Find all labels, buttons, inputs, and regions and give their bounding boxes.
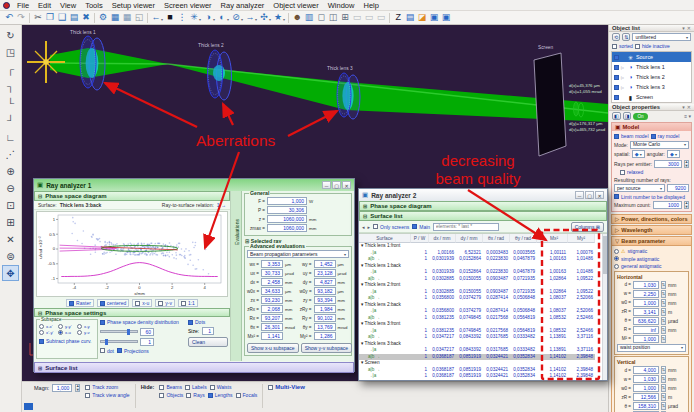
relaxed-checkbox[interactable]: relaxed — [620, 169, 643, 175]
clean-button[interactable]: Clean — [188, 337, 228, 347]
power-toggle[interactable]: On — [633, 113, 647, 120]
phase-space-diagram-header[interactable]: ⊞ Phase space diagram — [359, 201, 607, 211]
table-cell[interactable]: 0,0368187 — [429, 373, 456, 380]
dots-checkbox[interactable]: Dots — [188, 319, 228, 325]
hide-labels-checkbox[interactable]: Labels — [185, 384, 207, 390]
more-icon[interactable]: ≡ ▾ — [684, 113, 691, 119]
menu-setup-viewer[interactable]: Setup viewer — [108, 1, 159, 10]
visibility-checkbox[interactable] — [614, 75, 619, 80]
hide-objects-checkbox[interactable]: Objects — [159, 392, 183, 398]
vertical-stepper-4[interactable]: ⇅ — [661, 402, 666, 410]
density-distribution-checkbox[interactable]: Phase space density distribution — [100, 319, 179, 325]
zoom-out-icon[interactable]: ⊖ — [2, 180, 19, 196]
view-cube-icon[interactable]: ◳ — [2, 44, 19, 60]
beam-model-checkbox[interactable]: beam model — [614, 133, 649, 139]
vertical-stepper-3[interactable]: ⇅ — [661, 393, 666, 401]
lens-remove-icon-caret[interactable]: ▾ — [241, 17, 243, 22]
hide-focals-checkbox[interactable]: Focals — [236, 392, 258, 398]
ray-model-checkbox[interactable]: ray model — [651, 133, 680, 139]
table-cell[interactable]: 2,39848 — [568, 373, 595, 380]
rays-stepper[interactable]: ▲▼ — [684, 160, 689, 168]
table-cell[interactable]: 0,0324421 — [483, 373, 510, 380]
track-zoom-checkbox[interactable]: Track zoom — [85, 384, 129, 390]
evaluations-tab[interactable]: Evaluations — [231, 191, 242, 361]
max-count-field[interactable]: 1000 — [653, 201, 682, 209]
source-optic-icon-caret[interactable]: ▾ — [199, 17, 201, 22]
column-header-4[interactable]: θx / rad — [483, 234, 510, 243]
plot-option-y-v[interactable]: y-v — [155, 299, 175, 307]
columns-button[interactable]: Columns ⊞ — [571, 222, 604, 232]
general-astigmatic-radio[interactable]: general astigmatic — [614, 263, 689, 269]
menu-edit[interactable]: Edit — [34, 1, 55, 10]
table-view-2-icon[interactable]: ▦ — [121, 12, 133, 24]
iso-z-icon[interactable]: Z — [392, 12, 404, 24]
vertical-stepper-2[interactable]: ⇅ — [661, 384, 666, 392]
copy-icon[interactable]: ❐ — [44, 12, 56, 24]
horizontal-stepper-3[interactable]: ⇅ — [661, 308, 666, 316]
power-directions-colors-header[interactable]: ▷ Power, directions, colors — [611, 214, 692, 224]
spatial-dropdown[interactable]: ◆▾ — [632, 150, 645, 158]
subspace-yy-radio[interactable]: y-y' — [58, 324, 76, 329]
subspace-xu-radio[interactable]: x-u — [58, 330, 76, 335]
table-cell[interactable]: 1 — [411, 373, 429, 380]
zoom-window-icon[interactable]: ⊞ — [2, 214, 19, 230]
size-field[interactable]: 1 — [202, 327, 214, 335]
dot-checkbox[interactable]: dot — [100, 348, 114, 354]
copy-special-icon[interactable]: ❑ — [56, 12, 68, 24]
menu-file[interactable]: File — [13, 1, 33, 10]
menu-ray-analyzer[interactable]: Ray analyzer — [217, 1, 269, 10]
collapse-icon[interactable]: ⊟ — [38, 310, 42, 316]
delete-view-icon[interactable]: ✕ — [2, 231, 19, 247]
layout-gray-1-icon[interactable]: ▭ — [351, 12, 363, 24]
folder-open-icon[interactable]: ◪ — [416, 12, 428, 24]
menu-view[interactable]: View — [56, 1, 80, 10]
ray-analyzer-1-titlebar[interactable]: ▣ Ray analyzer 1 ─ ▢ ✕ — [34, 179, 354, 191]
multi-view-checkbox[interactable]: Multi-View — [268, 384, 305, 390]
vertical-stepper-1[interactable]: ⇅ — [661, 375, 666, 383]
surface-table[interactable]: SurfaceP / Wdx / mmdy / mmθx / radθy / r… — [359, 234, 602, 380]
horizontal-value-2[interactable]: 1,000 — [633, 299, 659, 307]
orbit-view-icon[interactable]: ↻ — [2, 27, 19, 43]
beam-parameter-header[interactable]: ▽ Beam parameter — [611, 236, 692, 246]
expand-icon[interactable]: ⊞ — [38, 365, 42, 371]
surface-list-header[interactable]: ⊟ Surface list — [359, 211, 607, 221]
plot-option-raster[interactable]: Raster — [66, 299, 94, 307]
menu-window[interactable]: Window — [324, 1, 359, 10]
view-corner-1-icon[interactable]: ┌ — [2, 61, 19, 77]
star-component-icon-caret[interactable]: ▾ — [283, 17, 285, 22]
column-header-7[interactable]: My² — [568, 234, 595, 243]
table-cell[interactable]: 0,0352834 — [510, 373, 537, 380]
save-as-icon[interactable]: ▣ — [440, 12, 452, 24]
hide-lengths-checkbox[interactable]: Lengths — [208, 392, 233, 398]
layout-split-icon[interactable]: ◫ — [327, 12, 339, 24]
tree-item-thick-lens-3[interactable]: ▷◑Thick lens 3 — [612, 82, 691, 92]
visibility-checkbox[interactable] — [614, 95, 619, 100]
vertical-value-1[interactable]: 1,030 — [633, 375, 659, 383]
relation-value[interactable]: 1 → — [217, 202, 226, 208]
max-count-stepper[interactable]: ▲▼ — [684, 201, 689, 209]
vertical-value-3[interactable]: 12,566 — [633, 393, 659, 401]
subtract-phase-curv-checkbox[interactable]: Subtract phase curv. — [39, 338, 92, 344]
tree-item-screen[interactable]: ▮Screen — [612, 92, 691, 102]
vertical-value-4[interactable]: 158,310 — [633, 402, 659, 410]
maximize-icon[interactable]: ▢ — [585, 191, 594, 199]
per-source-dropdown[interactable]: per source▾ — [614, 184, 665, 192]
hide-beams-checkbox[interactable]: Beams — [159, 384, 182, 390]
table-view-icon[interactable]: ▦ — [109, 12, 121, 24]
simple-astigmatic-radio[interactable]: simple astigmatic — [614, 256, 689, 262]
pin-icon[interactable]: ▾ — [682, 25, 685, 31]
close-icon[interactable]: ✕ — [595, 191, 604, 199]
horizontal-value-0[interactable]: 1,030 — [633, 281, 659, 289]
visibility-checkbox[interactable] — [614, 65, 619, 70]
paste-icon[interactable]: ▤ — [68, 12, 80, 24]
view-iso-icon[interactable]: ⋰ — [2, 146, 19, 162]
minimize-icon[interactable]: ─ — [575, 191, 584, 199]
view-corner-4-icon[interactable]: ┘ — [2, 112, 19, 128]
column-header-2[interactable]: dx / mm — [429, 234, 456, 243]
subspace-xy-radio[interactable]: x-y — [77, 324, 95, 329]
horizontal-stepper-1[interactable]: ⇅ — [661, 290, 666, 298]
horizontal-stepper-6[interactable]: ⇅ — [661, 335, 666, 343]
object-properties-header[interactable]: Object properties ▾✕ — [609, 104, 694, 111]
cut-icon[interactable]: ✂ — [32, 12, 44, 24]
subspace-xy-radio[interactable]: x'-y' — [39, 330, 57, 335]
